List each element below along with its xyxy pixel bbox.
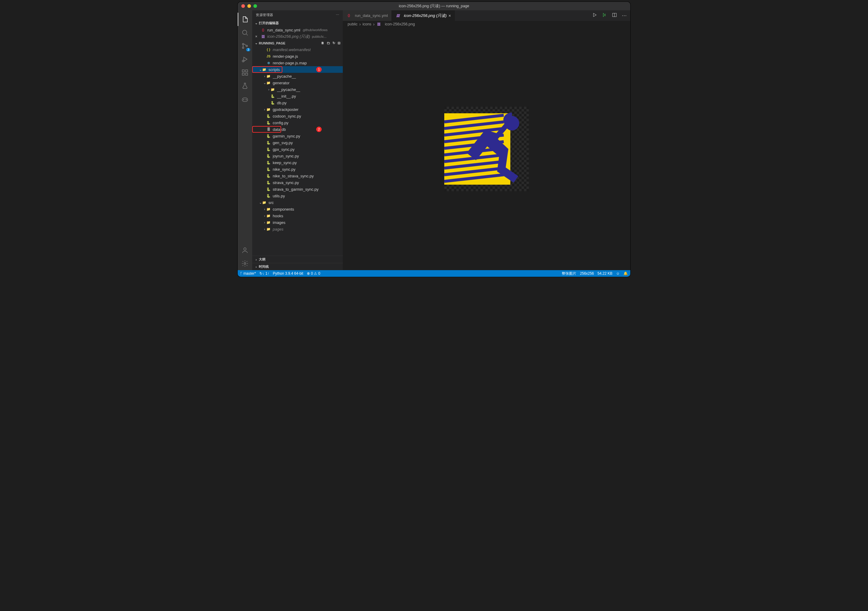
status-problems[interactable]: ⊗ 0 ⚠ 0 bbox=[307, 271, 320, 275]
open-editors-header[interactable]: ⌄ 打开的编辑器 bbox=[252, 20, 343, 26]
tree-label: images bbox=[273, 220, 285, 225]
tree-label: pages bbox=[273, 227, 283, 232]
chevron-right-icon: › bbox=[263, 207, 266, 211]
tree-folder[interactable]: ⌄📁scripts1 bbox=[252, 66, 343, 73]
tree-folder[interactable]: ›📁hooks bbox=[252, 212, 343, 219]
editor-tab[interactable]: ⟨⟩run_data_sync.yml bbox=[343, 10, 392, 21]
svg-rect-7 bbox=[242, 73, 244, 75]
split-run-icon[interactable] bbox=[602, 12, 607, 19]
tree-label: __pycache__ bbox=[273, 74, 296, 79]
tree-file[interactable]: ⊕render-page.js.map bbox=[252, 59, 343, 66]
explorer-more-icon[interactable]: ⋯ bbox=[336, 13, 339, 17]
activity-testing[interactable] bbox=[238, 79, 252, 92]
editor-tab[interactable]: 🖼icon-256x256.png (只读)× bbox=[392, 10, 455, 21]
fold-icon: 📁 bbox=[266, 207, 271, 211]
tree-file[interactable]: JSrender-page.js bbox=[252, 53, 343, 59]
tree-file[interactable]: 🐍config.py bbox=[252, 119, 343, 126]
tree-folder[interactable]: ›📁components bbox=[252, 206, 343, 212]
status-sync[interactable]: ↻↓ 1↑ bbox=[259, 271, 269, 275]
tree-file[interactable]: 🐍nike_sync.py bbox=[252, 166, 343, 173]
timeline-header[interactable]: ›时间线 bbox=[252, 263, 343, 270]
image-viewport[interactable] bbox=[343, 28, 630, 270]
activity-settings[interactable] bbox=[238, 257, 252, 270]
collapse-icon[interactable]: ⊟ bbox=[338, 41, 340, 45]
open-editor-item[interactable]: ⟨⟩run_data_sync.yml.github/workflows bbox=[252, 26, 343, 33]
open-editor-item[interactable]: ×🖼icon-256x256.png (只读)public/ic... bbox=[252, 33, 343, 40]
explorer-title: 资源管理器 bbox=[256, 13, 273, 17]
tree-label: nike_sync.py bbox=[273, 167, 295, 172]
status-python[interactable]: Python 3.9.4 64-bit bbox=[273, 271, 303, 275]
activity-extensions[interactable] bbox=[238, 66, 252, 79]
tree-file[interactable]: 🗄data.db2 bbox=[252, 126, 343, 133]
tree-file[interactable]: 🐍codoon_sync.py bbox=[252, 113, 343, 119]
py-icon: 🐍 bbox=[270, 94, 275, 98]
chevron-right-icon: › bbox=[267, 88, 270, 91]
close-icon[interactable]: × bbox=[255, 34, 257, 39]
activity-search[interactable] bbox=[238, 26, 252, 39]
activity-bar: 3 bbox=[238, 10, 252, 270]
breadcrumb-item[interactable]: icons bbox=[363, 22, 371, 26]
activity-account[interactable] bbox=[238, 244, 252, 257]
close-icon[interactable]: × bbox=[448, 13, 451, 18]
tree-label: utils.py bbox=[273, 194, 285, 198]
breadcrumb-item[interactable]: public bbox=[348, 22, 358, 26]
window-maximize[interactable] bbox=[253, 4, 257, 8]
tree-file[interactable]: 🐍garmin_sync.py bbox=[252, 133, 343, 139]
activity-scm[interactable]: 3 bbox=[238, 39, 252, 53]
tree-file[interactable]: 🐍db.py bbox=[252, 100, 343, 106]
tab-label: run_data_sync.yml bbox=[355, 13, 388, 18]
activity-explorer[interactable] bbox=[238, 13, 252, 26]
tree-folder[interactable]: ›📁gpxtrackposter bbox=[252, 106, 343, 113]
fold-icon: 📁 bbox=[266, 220, 271, 225]
svg-point-1 bbox=[243, 44, 244, 45]
tree-label: strava_sync.py bbox=[273, 180, 299, 185]
tree-label: gen_svg.py bbox=[273, 140, 293, 145]
split-editor-icon[interactable] bbox=[612, 12, 617, 19]
tree-file[interactable]: 🐍strava_sync.py bbox=[252, 179, 343, 186]
tree-folder[interactable]: ›📁pages bbox=[252, 226, 343, 232]
window-close[interactable] bbox=[241, 4, 245, 8]
sidebar: 资源管理器 ⋯ ⌄ 打开的编辑器 ⟨⟩run_data_sync.yml.git… bbox=[252, 10, 343, 270]
breadcrumb-item[interactable]: icon-256x256.png bbox=[385, 22, 415, 26]
project-header[interactable]: ⌄ RUNNING_PAGE 🗎 🗀 ↻ ⊟ bbox=[252, 40, 343, 46]
breadcrumb[interactable]: public›icons›🖼icon-256x256.png bbox=[343, 21, 630, 28]
status-image-label[interactable]: 整张图片 bbox=[562, 271, 576, 276]
tree-file[interactable]: 🐍utils.py bbox=[252, 193, 343, 199]
fold-icon: 📁 bbox=[262, 67, 267, 72]
svg-point-12 bbox=[244, 248, 246, 250]
window-minimize[interactable] bbox=[247, 4, 251, 8]
status-bell-icon[interactable]: 🔔 bbox=[623, 271, 628, 275]
status-image-size[interactable]: 54.22 KB bbox=[597, 271, 612, 275]
chevron-right-icon: › bbox=[263, 227, 266, 231]
activity-remote[interactable] bbox=[238, 92, 252, 106]
refresh-icon[interactable]: ↻ bbox=[333, 41, 335, 45]
tree-folder[interactable]: ›📁__pycache__ bbox=[252, 73, 343, 79]
tree-file[interactable]: 🐍nike_to_strava_sync.py bbox=[252, 173, 343, 179]
more-icon[interactable]: ⋯ bbox=[622, 13, 627, 19]
tree-file[interactable]: 🐍joyrun_sync.py bbox=[252, 152, 343, 159]
outline-header[interactable]: ›大纲 bbox=[252, 256, 343, 263]
svg-rect-6 bbox=[245, 70, 248, 72]
tree-folder[interactable]: ⌄📁generator bbox=[252, 79, 343, 86]
status-branch[interactable]: ᚶ master* bbox=[240, 271, 256, 275]
img-icon: 🖼 bbox=[260, 34, 265, 39]
tree-label: __init__.py bbox=[277, 94, 296, 98]
tree-label: render-page.js.map bbox=[273, 61, 307, 65]
img-icon: 🖼 bbox=[395, 13, 400, 18]
tree-folder[interactable]: ›📁__pycache__ bbox=[252, 86, 343, 93]
tree-file[interactable]: 🐍__init__.py bbox=[252, 93, 343, 100]
tree-folder[interactable]: ⌄📁src bbox=[252, 199, 343, 206]
run-icon[interactable] bbox=[592, 12, 597, 19]
tree-file[interactable]: 🐍gpx_sync.py bbox=[252, 146, 343, 152]
new-folder-icon[interactable]: 🗀 bbox=[327, 41, 330, 45]
status-image-dim[interactable]: 256x256 bbox=[580, 271, 594, 275]
activity-debug[interactable] bbox=[238, 53, 252, 66]
tree-file[interactable]: 🐍keep_sync.py bbox=[252, 159, 343, 166]
tree-folder[interactable]: ›📁images bbox=[252, 219, 343, 226]
tree-label: manifest.webmanifest bbox=[273, 47, 311, 52]
new-file-icon[interactable]: 🗎 bbox=[321, 41, 324, 45]
tree-file[interactable]: { }manifest.webmanifest bbox=[252, 46, 343, 53]
tree-file[interactable]: 🐍strava_to_garmin_sync.py bbox=[252, 186, 343, 193]
status-feedback-icon[interactable]: ☺ bbox=[616, 271, 620, 275]
tree-file[interactable]: 🐍gen_svg.py bbox=[252, 139, 343, 146]
